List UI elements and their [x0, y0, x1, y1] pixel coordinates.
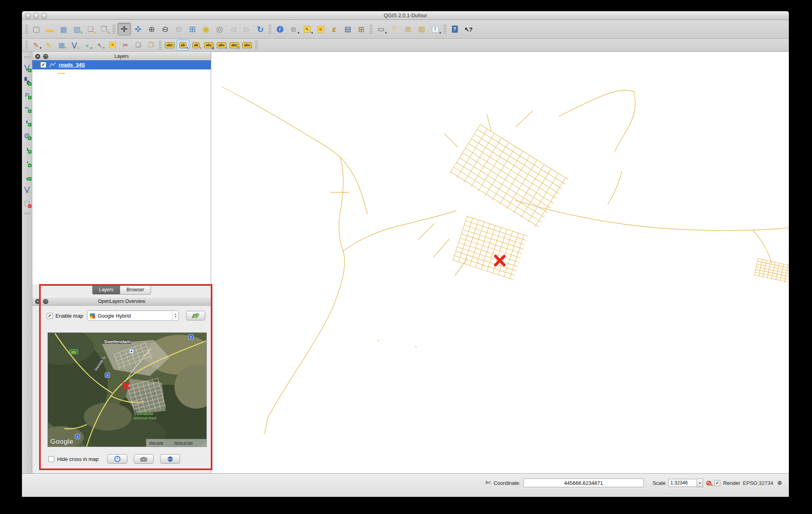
highlight-pinned-labels-button[interactable]: ab ● [190, 40, 202, 50]
composer-manager-button[interactable]: ❐ ✎ [98, 23, 111, 35]
add-feature-button[interactable]: ⋁ ✳ [68, 40, 80, 50]
svg-text:2: 2 [107, 374, 109, 377]
tab-layers[interactable]: Layers [92, 285, 120, 295]
current-edits-button[interactable]: ✎ ▾ [30, 40, 42, 50]
node-tool-button[interactable]: ↖ ✒ [94, 40, 106, 50]
close-panel-icon[interactable]: ✕ [35, 54, 40, 59]
show-bookmarks-button[interactable]: ▥ [415, 23, 428, 35]
toggle-editing-button[interactable]: ✎ [43, 40, 55, 50]
refresh-map-button[interactable]: ↻ [254, 23, 267, 35]
select-features-button[interactable]: ↖ ▾ [301, 23, 313, 35]
run-feature-action-button[interactable]: ⊛ ▾ [287, 23, 300, 35]
scale-dropdown-icon[interactable]: ▼ [697, 478, 703, 487]
help-contents-button[interactable]: ? [448, 23, 461, 35]
cut-features-button[interactable]: ✂ [119, 40, 131, 50]
overview-panel-title: OpenLayers Overview [32, 299, 211, 304]
delete-selected-button[interactable]: ✕ [107, 40, 119, 50]
expand-arrow-icon[interactable]: ▾ [36, 63, 38, 67]
zoom-last-button[interactable]: ◁ [227, 23, 240, 35]
enable-map-checkbox[interactable]: ✓ [47, 313, 53, 319]
save-layer-edits-button[interactable]: ▦ ✎ [55, 40, 67, 50]
float-panel-icon[interactable]: ❐ [43, 54, 48, 59]
toolbar-handle [24, 56, 30, 58]
add-vector-layer-button[interactable]: ⋁ + [22, 62, 32, 73]
stop-render-icon[interactable]: ⊘ ✎ [706, 480, 711, 486]
float-panel-icon[interactable]: ❐ [43, 299, 48, 304]
new-bookmark-button[interactable]: ⊞ [402, 23, 414, 35]
copy-features-button[interactable]: ❏ [132, 40, 144, 50]
remove-layer-button[interactable]: ▢ − [22, 198, 32, 208]
measure-button[interactable]: ▭ ▾ [374, 23, 387, 35]
layers-panel-title: Layers [32, 53, 211, 59]
close-panel-icon[interactable]: ✕ [35, 299, 40, 304]
field-calculator-button[interactable]: ⊞ [355, 23, 368, 35]
zoom-native-button[interactable]: ⊙ [172, 23, 185, 35]
hide-cross-checkbox[interactable] [48, 456, 54, 462]
add-delimited-text-layer-button[interactable]: , + [22, 171, 32, 181]
pan-map-button[interactable]: ✛ [117, 23, 131, 36]
coordinate-input[interactable] [523, 478, 644, 487]
layer-visibility-checkbox[interactable]: ✓ [40, 62, 46, 68]
layer-row[interactable]: ▾ ✓ roads_34S [32, 60, 211, 69]
map-canvas[interactable] [211, 52, 789, 473]
attribute-table-button[interactable]: ▤ [341, 23, 354, 35]
dock-tab-bar: Layers Browser [32, 285, 211, 295]
zoom-to-layer-button[interactable]: ◎ [213, 23, 226, 35]
terms-of-use-link[interactable]: Terms of Use [174, 441, 193, 445]
render-checkbox[interactable]: ✓ [714, 480, 720, 486]
manage-layers-toolbar: ⋁ + ▚ + P + ✒ + [22, 52, 32, 473]
change-label-button[interactable]: abc ✎ [241, 40, 253, 50]
crs-status-icon[interactable]: ⊕ [776, 479, 783, 486]
add-wfs-layer-button[interactable]: ◔ + [22, 157, 32, 168]
text-annotation-button[interactable]: T ▾ [429, 23, 442, 35]
hide-cross-label: Hide cross in map [57, 456, 99, 462]
add-overview-layer-button[interactable] [186, 311, 205, 320]
google-earth-button[interactable] [160, 454, 180, 464]
tab-browser[interactable]: Browser [120, 285, 151, 295]
add-spatialite-layer-button[interactable]: ✒ + [22, 103, 32, 113]
add-postgis-layer-button[interactable]: P + [22, 89, 32, 100]
new-print-composer-button[interactable]: ❏ ✳ [84, 23, 97, 35]
move-feature-button[interactable]: ● ➜ [81, 40, 93, 50]
select-by-expression-button[interactable]: ε [328, 23, 341, 35]
screenshot-stage: QGIS 2.0.1-Dufour ▢ ▬ ▦ [0, 0, 812, 514]
mouse-position-icon[interactable]: ✄ [485, 480, 491, 486]
move-label-button[interactable]: abc ➜ [216, 40, 228, 50]
add-wms-layer-button[interactable]: ◍ + [22, 130, 32, 140]
paste-features-button[interactable]: ❒ [145, 40, 157, 50]
coordinate-label: Coordinate: [493, 480, 520, 486]
save-project-button[interactable]: ▦ [57, 23, 70, 35]
add-wcs-layer-button[interactable]: ◑ + [22, 144, 32, 154]
select-stepper-icon[interactable]: ▲ ▼ [172, 311, 178, 320]
map-data-link[interactable]: Map Data [149, 441, 163, 445]
toolbar-handle [159, 40, 162, 50]
identify-features-button[interactable]: i [273, 23, 286, 35]
overview-map[interactable]: 2 2 2 R60 [48, 332, 207, 447]
new-project-button[interactable]: ▢ [30, 23, 43, 35]
show-hide-labels-button[interactable]: abc ◉ [203, 40, 215, 50]
zoom-next-button[interactable]: ▷ [240, 23, 253, 35]
open-project-button[interactable]: ▬ [44, 23, 56, 35]
pan-to-selection-button[interactable]: ✜ [132, 23, 145, 35]
refresh-overview-button[interactable] [107, 454, 127, 464]
map-tips-button[interactable]: ❝ [388, 23, 401, 35]
map-provider-select[interactable]: Google Hybrid ▲ ▼ [87, 310, 179, 321]
globe-icon [167, 456, 173, 462]
add-mssql-layer-button[interactable]: ◗ + [22, 117, 32, 127]
zoom-to-selection-button[interactable]: ◉ [200, 23, 212, 35]
zoom-in-button[interactable]: ⊕ [145, 23, 158, 35]
add-raster-layer-button[interactable]: ▚ + [22, 76, 32, 86]
zoom-out-button[interactable]: ⊖ [159, 23, 172, 35]
labeling-options-button[interactable]: abc [164, 40, 176, 50]
qgis-window: QGIS 2.0.1-Dufour ▢ ▬ ▦ [22, 11, 789, 492]
status-bar: ✄ Coordinate: Scale 1:32346 ▼ ⊘ ✎ ✓ Rend… [22, 473, 789, 497]
zoom-full-button[interactable]: ⊞ [186, 23, 199, 35]
deselect-features-button[interactable]: ⊘ [314, 23, 327, 35]
screenshot-button[interactable] [134, 454, 154, 464]
whats-this-button[interactable]: ↖? [462, 23, 475, 35]
save-project-as-button[interactable]: ▧ ✎ [71, 23, 83, 35]
scale-combobox[interactable]: 1:32346 ▼ [668, 478, 703, 487]
rotate-label-button[interactable]: abc ↻ [228, 40, 240, 50]
new-shapefile-layer-button[interactable]: ⋁ ✳ [22, 184, 32, 195]
pin-labels-button[interactable]: ab ● [176, 40, 189, 51]
